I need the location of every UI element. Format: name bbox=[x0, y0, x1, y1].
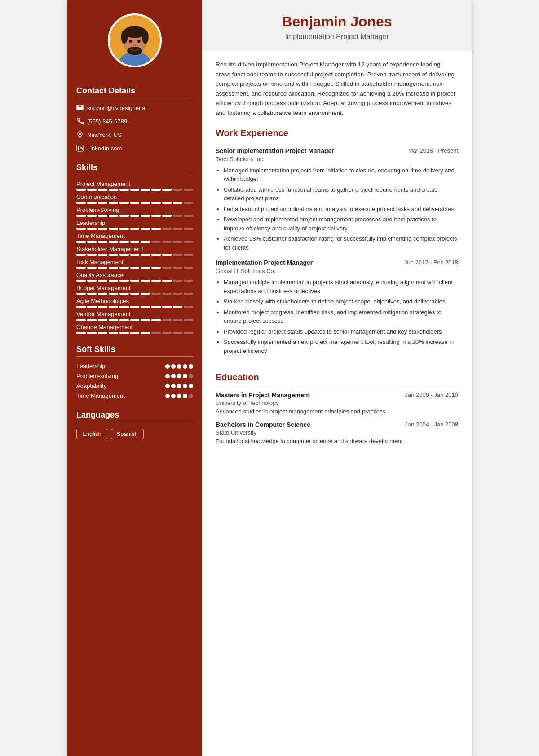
edu-school: State University bbox=[216, 429, 458, 436]
svg-point-9 bbox=[137, 40, 141, 43]
skill-bar-segment bbox=[76, 332, 86, 334]
soft-skill-dot bbox=[177, 384, 181, 388]
skill-bar-segment bbox=[87, 280, 97, 282]
contact-title: Contact Details bbox=[76, 86, 193, 98]
skill-bar-segment bbox=[173, 306, 182, 308]
skill-bar-segment bbox=[173, 332, 182, 334]
skill-bar-segment bbox=[162, 254, 172, 256]
job-bullet: Worked closely with stakeholders to defi… bbox=[224, 297, 458, 306]
skill-name: Time Management bbox=[76, 233, 193, 239]
job-date: Mar 2018 - Present bbox=[408, 147, 458, 154]
skill-item: Stakeholder Management bbox=[76, 246, 193, 256]
skill-bar-segment bbox=[87, 293, 97, 295]
soft-skill-dot bbox=[189, 394, 193, 398]
skill-name: Change Management bbox=[76, 324, 193, 330]
skill-bar-segment bbox=[87, 319, 97, 321]
languages-title: Languages bbox=[76, 410, 193, 422]
soft-skill-dot bbox=[165, 384, 170, 388]
edu-desc: Advanced studies in project management p… bbox=[216, 408, 458, 415]
skill-bar-segment bbox=[151, 267, 161, 269]
skill-bar-segment bbox=[141, 189, 150, 191]
skill-bar-segment bbox=[109, 215, 118, 217]
skill-name: Vendor Management bbox=[76, 311, 193, 317]
job-company: Global IT Solutions Co. bbox=[216, 268, 458, 274]
svg-point-15 bbox=[78, 146, 79, 147]
skill-bar-segment bbox=[87, 332, 97, 334]
skill-bar-segment bbox=[151, 202, 161, 204]
soft-skill-dot bbox=[177, 364, 181, 369]
skill-bar-segment bbox=[141, 280, 150, 282]
skill-bar-segment bbox=[98, 306, 107, 308]
job-header: Senior Implementation Project Manager Ma… bbox=[216, 147, 458, 154]
skill-bar bbox=[76, 228, 193, 230]
skill-bar-segment bbox=[119, 254, 129, 256]
skill-bar-segment bbox=[130, 215, 140, 217]
linkedin-value: LinkedIn.com bbox=[87, 145, 122, 152]
skill-bar-segment bbox=[141, 254, 150, 256]
location-value: NewYork, US bbox=[87, 132, 122, 138]
skill-name: Quality Assurance bbox=[76, 272, 193, 278]
skill-bar-segment bbox=[76, 280, 86, 282]
skill-bar-segment bbox=[76, 267, 86, 269]
skill-bar-segment bbox=[141, 293, 150, 295]
soft-skill-dots bbox=[165, 364, 193, 369]
avatar bbox=[108, 13, 162, 67]
job-title: Senior Implementation Project Manager bbox=[216, 147, 334, 154]
education-entry: Masters in Project Management Jan 2008 -… bbox=[216, 391, 458, 415]
skill-bar-segment bbox=[173, 254, 182, 256]
skill-bar-segment bbox=[87, 228, 97, 230]
skill-bar-segment bbox=[184, 189, 193, 191]
skill-bar-segment bbox=[109, 332, 118, 334]
edu-title: Masters in Project Management bbox=[216, 391, 310, 399]
soft-skill-dot bbox=[183, 384, 187, 388]
skill-bar-segment bbox=[98, 241, 107, 243]
skill-item: Project Management bbox=[76, 180, 193, 191]
skill-bar-segment bbox=[109, 254, 118, 256]
skill-bar-segment bbox=[184, 332, 193, 334]
skill-bar-segment bbox=[162, 215, 172, 217]
skill-bar-segment bbox=[119, 293, 129, 295]
skill-bar-segment bbox=[184, 280, 193, 282]
svg-point-12 bbox=[79, 133, 81, 135]
skill-bar-segment bbox=[87, 306, 97, 308]
edu-header: Masters in Project Management Jan 2008 -… bbox=[216, 391, 458, 399]
skill-bar-segment bbox=[151, 228, 161, 230]
svg-point-6 bbox=[142, 31, 149, 44]
soft-skill-name: Leadership bbox=[76, 363, 105, 369]
skill-bar-segment bbox=[87, 215, 97, 217]
skill-bar-segment bbox=[151, 215, 161, 217]
skill-bar-segment bbox=[173, 228, 182, 230]
skill-bar-segment bbox=[130, 189, 140, 191]
soft-skill-dot bbox=[183, 374, 187, 378]
skill-bar-segment bbox=[98, 319, 107, 321]
skill-bar-segment bbox=[151, 189, 161, 191]
skill-name: Budget Management bbox=[76, 285, 193, 291]
skill-bar-segment bbox=[162, 319, 172, 321]
skill-bar-segment bbox=[184, 319, 193, 321]
skill-bar-segment bbox=[184, 241, 193, 243]
soft-skill-dot bbox=[165, 394, 170, 398]
soft-skill-dots bbox=[165, 374, 193, 378]
skill-bar-segment bbox=[162, 293, 172, 295]
skill-bar-segment bbox=[98, 293, 107, 295]
linkedin-icon bbox=[76, 145, 84, 152]
svg-point-8 bbox=[129, 40, 132, 43]
skill-bar-segment bbox=[87, 241, 97, 243]
skill-item: Budget Management bbox=[76, 285, 193, 295]
skill-bar-segment bbox=[119, 332, 129, 334]
skill-bar-segment bbox=[184, 267, 193, 269]
soft-skill-dots bbox=[165, 384, 193, 388]
language-tags: EnglishSpanish bbox=[76, 429, 193, 439]
skill-bar-segment bbox=[141, 306, 150, 308]
skills-list: Project ManagementCommunicationProblem-S… bbox=[76, 178, 193, 337]
soft-skill-dot bbox=[189, 364, 193, 369]
skill-bar-segment bbox=[119, 280, 129, 282]
skill-bar-segment bbox=[76, 215, 86, 217]
skill-item: Agile Methodologies bbox=[76, 298, 193, 308]
job-company: Tech Solutions Inc. bbox=[216, 156, 458, 163]
job-bullets: Managed implementation projects from ini… bbox=[216, 166, 458, 252]
skill-bar-segment bbox=[141, 228, 150, 230]
soft-skill-dot bbox=[189, 384, 193, 388]
skill-name: Agile Methodologies bbox=[76, 298, 193, 304]
skill-bar-segment bbox=[87, 254, 97, 256]
